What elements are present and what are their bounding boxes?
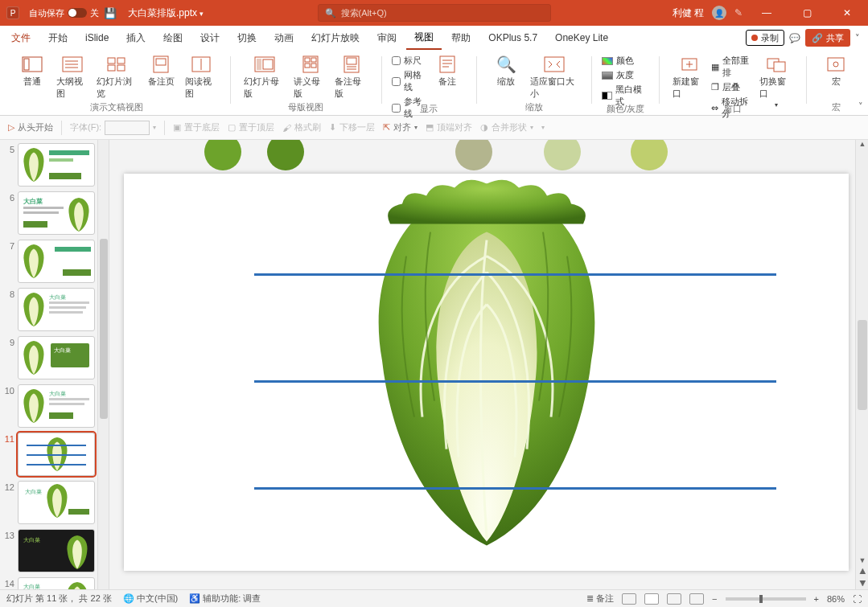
scrollbar-handle[interactable]: [858, 320, 867, 410]
minimize-button[interactable]: —: [751, 0, 783, 26]
tab-islide[interactable]: iSlide: [77, 26, 117, 50]
record-button[interactable]: 录制: [746, 30, 784, 46]
slideshow-view-icon[interactable]: [689, 593, 704, 605]
tab-file[interactable]: 文件: [3, 26, 39, 50]
zoom-value[interactable]: 86%: [827, 594, 845, 604]
notes-pane-button[interactable]: 备注: [428, 53, 467, 89]
tab-draw[interactable]: 绘图: [155, 26, 191, 50]
sync-icon[interactable]: ✎: [734, 7, 743, 18]
normal-view-icon[interactable]: [622, 593, 636, 605]
ribbon-dropdown-icon[interactable]: ˅: [855, 33, 860, 43]
scroll-up-icon[interactable]: ▲: [856, 140, 868, 151]
thumb-preview[interactable]: [18, 240, 95, 283]
thumbnail-slide-12[interactable]: 12大白菜: [2, 481, 104, 524]
tab-home[interactable]: 开始: [40, 26, 76, 50]
outline-view-button[interactable]: 大纲视图: [53, 53, 92, 101]
zoom-out-button[interactable]: −: [712, 594, 717, 604]
zoom-in-button[interactable]: +: [814, 594, 819, 604]
prev-slide-icon[interactable]: ⯅: [856, 568, 868, 579]
thumb-preview[interactable]: 大白菜: [18, 384, 95, 428]
zoom-button[interactable]: 🔍缩放: [487, 53, 525, 89]
more-button[interactable]: ▾: [541, 124, 545, 131]
comments-icon[interactable]: 💬: [789, 33, 800, 43]
tab-review[interactable]: 审阅: [369, 26, 405, 50]
sorter-view-button[interactable]: 幻灯片浏览: [93, 53, 140, 101]
gridlines-checkbox[interactable]: 网格线: [392, 69, 426, 93]
from-beginning-button[interactable]: ▷从头开始: [8, 121, 53, 133]
handout-master-button[interactable]: 讲义母版: [290, 53, 330, 101]
pasteboard-circle[interactable]: [267, 140, 304, 170]
tab-insert[interactable]: 插入: [118, 26, 154, 50]
thumb-preview[interactable]: [18, 433, 95, 476]
ruler-checkbox[interactable]: 标尺: [392, 55, 426, 67]
thumb-preview[interactable]: 大白菜: [18, 191, 95, 235]
thumbnail-pane[interactable]: 56大白菜78大白菜9大白菜10大白菜1112大白菜13大白菜14大白菜: [0, 140, 109, 590]
tab-help[interactable]: 帮助: [443, 26, 479, 50]
scrollbar-handle[interactable]: [100, 239, 108, 419]
pasteboard-circle[interactable]: [544, 140, 581, 170]
tab-view[interactable]: 视图: [406, 26, 442, 50]
thumbnail-slide-7[interactable]: 7: [2, 240, 104, 283]
tab-onekey[interactable]: OneKey Lite: [547, 26, 616, 50]
pasteboard-circle[interactable]: [631, 140, 668, 170]
guide-line-2[interactable]: [254, 380, 776, 383]
fit-to-window-icon[interactable]: ⛶: [853, 594, 862, 604]
thumbnail-slide-14[interactable]: 14大白菜: [2, 577, 104, 590]
thumbnail-slide-9[interactable]: 9大白菜: [2, 336, 104, 379]
scroll-down-icon[interactable]: ▼: [856, 556, 868, 568]
reading-view-button[interactable]: 阅读视图: [182, 53, 220, 101]
filename-label[interactable]: 大白菜排版.pptx ▾: [128, 6, 204, 20]
search-input[interactable]: 🔍 搜索(Alt+Q): [318, 4, 551, 22]
thumb-preview[interactable]: 大白菜: [18, 529, 95, 572]
tab-transitions[interactable]: 切换: [229, 26, 265, 50]
pasteboard-circle[interactable]: [455, 140, 492, 170]
align-button[interactable]: ⇱对齐▾: [383, 121, 418, 133]
new-window-button[interactable]: 新建窗口: [669, 53, 710, 101]
tab-animations[interactable]: 动画: [266, 26, 302, 50]
close-button[interactable]: ✕: [831, 0, 863, 26]
thumbnail-slide-13[interactable]: 13大白菜: [2, 529, 104, 572]
thumbnail-slide-8[interactable]: 8大白菜: [2, 288, 104, 331]
thumb-preview[interactable]: 大白菜: [18, 577, 95, 590]
fit-window-button[interactable]: 适应窗口大小: [527, 53, 582, 101]
guide-line-1[interactable]: [254, 273, 776, 276]
autosave-toggle[interactable]: 自动保存 关: [29, 7, 99, 19]
pasteboard-circle[interactable]: [204, 140, 241, 170]
collapse-ribbon-icon[interactable]: ˅: [858, 101, 863, 112]
thumb-preview[interactable]: [18, 143, 95, 187]
next-slide-icon[interactable]: ⯆: [856, 579, 868, 590]
notes-toggle[interactable]: ≣ 备注: [586, 593, 614, 605]
tab-okplus[interactable]: OKPlus 5.7: [480, 26, 545, 50]
thumbnail-slide-11[interactable]: 11: [2, 433, 104, 476]
cascade-button[interactable]: ❐层叠: [711, 81, 755, 93]
zoom-slider[interactable]: [726, 597, 806, 601]
tab-design[interactable]: 设计: [192, 26, 228, 50]
thumbnail-slide-6[interactable]: 6大白菜: [2, 191, 104, 235]
grayscale-button[interactable]: 灰度: [602, 69, 649, 81]
language-button[interactable]: 🌐 中文(中国): [123, 593, 178, 605]
thumb-preview[interactable]: 大白菜: [18, 481, 95, 524]
cabbage-image[interactable]: [358, 176, 615, 554]
guide-line-3[interactable]: [254, 487, 776, 490]
thumbnail-slide-5[interactable]: 5: [2, 143, 104, 187]
slide-master-button[interactable]: 幻灯片母版: [241, 53, 289, 101]
macros-button[interactable]: 宏: [817, 53, 855, 89]
color-mode-button[interactable]: 颜色: [602, 55, 649, 67]
thumbnail-scrollbar[interactable]: [97, 140, 109, 590]
notes-page-button[interactable]: 备注页: [142, 53, 180, 89]
sorter-view-icon[interactable]: [644, 593, 659, 605]
switch-window-button[interactable]: 切换窗口▾: [756, 53, 796, 110]
save-icon[interactable]: 💾: [104, 6, 117, 19]
canvas-scrollbar[interactable]: ▲ ▼ ⯅ ⯆: [855, 140, 868, 590]
accessibility-button[interactable]: ♿ 辅助功能: 调查: [189, 593, 261, 605]
arrange-all-button[interactable]: ▦全部重排: [711, 55, 755, 79]
share-button[interactable]: 🔗共享: [805, 29, 850, 47]
thumb-preview[interactable]: 大白菜: [18, 288, 95, 331]
normal-view-button[interactable]: 普通: [13, 53, 51, 89]
slide-canvas[interactable]: ▲ ▼ ⯅ ⯆ ↖: [109, 140, 868, 590]
thumb-preview[interactable]: 大白菜: [18, 336, 95, 379]
slide[interactable]: [124, 174, 849, 571]
reading-view-icon[interactable]: [667, 593, 681, 605]
user-name[interactable]: 利健 程: [673, 6, 704, 20]
tab-slideshow[interactable]: 幻灯片放映: [303, 26, 368, 50]
